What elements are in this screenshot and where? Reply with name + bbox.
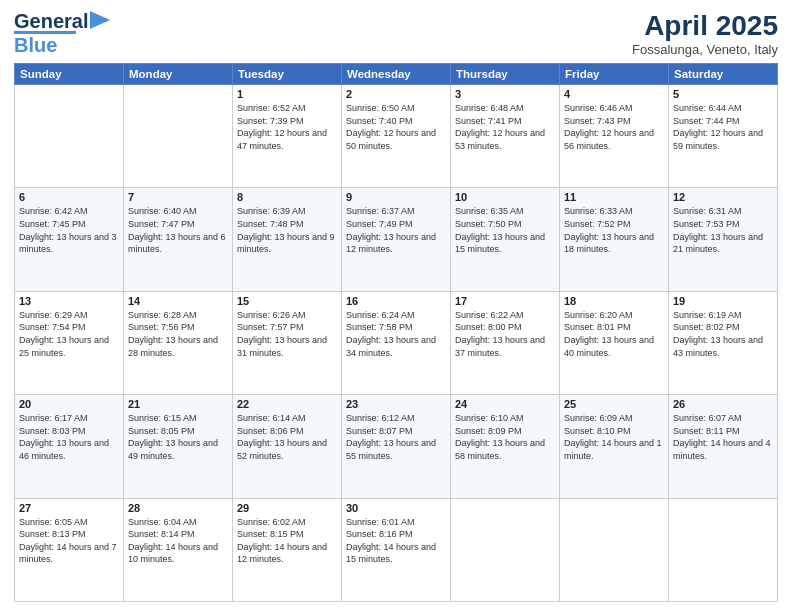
day-cell: 8Sunrise: 6:39 AM Sunset: 7:48 PM Daylig… xyxy=(233,188,342,291)
day-number: 25 xyxy=(564,398,664,410)
day-cell: 30Sunrise: 6:01 AM Sunset: 8:16 PM Dayli… xyxy=(342,498,451,601)
day-cell: 11Sunrise: 6:33 AM Sunset: 7:52 PM Dayli… xyxy=(560,188,669,291)
day-number: 22 xyxy=(237,398,337,410)
week-row-1: 6Sunrise: 6:42 AM Sunset: 7:45 PM Daylig… xyxy=(15,188,778,291)
day-cell: 28Sunrise: 6:04 AM Sunset: 8:14 PM Dayli… xyxy=(124,498,233,601)
page: General Blue April 2025 Fossalunga, Vene… xyxy=(0,0,792,612)
day-cell: 18Sunrise: 6:20 AM Sunset: 8:01 PM Dayli… xyxy=(560,291,669,394)
day-number: 15 xyxy=(237,295,337,307)
day-number: 3 xyxy=(455,88,555,100)
logo: General Blue xyxy=(14,10,110,57)
day-number: 6 xyxy=(19,191,119,203)
day-info: Sunrise: 6:33 AM Sunset: 7:52 PM Dayligh… xyxy=(564,205,664,255)
day-cell: 6Sunrise: 6:42 AM Sunset: 7:45 PM Daylig… xyxy=(15,188,124,291)
day-cell: 14Sunrise: 6:28 AM Sunset: 7:56 PM Dayli… xyxy=(124,291,233,394)
day-cell: 19Sunrise: 6:19 AM Sunset: 8:02 PM Dayli… xyxy=(669,291,778,394)
day-info: Sunrise: 6:01 AM Sunset: 8:16 PM Dayligh… xyxy=(346,516,446,566)
day-cell: 7Sunrise: 6:40 AM Sunset: 7:47 PM Daylig… xyxy=(124,188,233,291)
day-info: Sunrise: 6:40 AM Sunset: 7:47 PM Dayligh… xyxy=(128,205,228,255)
day-info: Sunrise: 6:28 AM Sunset: 7:56 PM Dayligh… xyxy=(128,309,228,359)
day-number: 26 xyxy=(673,398,773,410)
day-cell: 26Sunrise: 6:07 AM Sunset: 8:11 PM Dayli… xyxy=(669,395,778,498)
week-row-4: 27Sunrise: 6:05 AM Sunset: 8:13 PM Dayli… xyxy=(15,498,778,601)
day-cell: 13Sunrise: 6:29 AM Sunset: 7:54 PM Dayli… xyxy=(15,291,124,394)
day-cell: 3Sunrise: 6:48 AM Sunset: 7:41 PM Daylig… xyxy=(451,85,560,188)
day-cell xyxy=(124,85,233,188)
day-info: Sunrise: 6:04 AM Sunset: 8:14 PM Dayligh… xyxy=(128,516,228,566)
day-info: Sunrise: 6:14 AM Sunset: 8:06 PM Dayligh… xyxy=(237,412,337,462)
col-header-tuesday: Tuesday xyxy=(233,64,342,85)
day-info: Sunrise: 6:22 AM Sunset: 8:00 PM Dayligh… xyxy=(455,309,555,359)
header-row: SundayMondayTuesdayWednesdayThursdayFrid… xyxy=(15,64,778,85)
day-info: Sunrise: 6:52 AM Sunset: 7:39 PM Dayligh… xyxy=(237,102,337,152)
day-number: 18 xyxy=(564,295,664,307)
day-number: 2 xyxy=(346,88,446,100)
day-cell: 25Sunrise: 6:09 AM Sunset: 8:10 PM Dayli… xyxy=(560,395,669,498)
day-cell xyxy=(451,498,560,601)
day-cell: 9Sunrise: 6:37 AM Sunset: 7:49 PM Daylig… xyxy=(342,188,451,291)
day-info: Sunrise: 6:44 AM Sunset: 7:44 PM Dayligh… xyxy=(673,102,773,152)
logo-arrow-icon xyxy=(90,11,110,29)
day-info: Sunrise: 6:31 AM Sunset: 7:53 PM Dayligh… xyxy=(673,205,773,255)
day-cell: 24Sunrise: 6:10 AM Sunset: 8:09 PM Dayli… xyxy=(451,395,560,498)
day-number: 23 xyxy=(346,398,446,410)
day-number: 19 xyxy=(673,295,773,307)
day-info: Sunrise: 6:37 AM Sunset: 7:49 PM Dayligh… xyxy=(346,205,446,255)
day-number: 17 xyxy=(455,295,555,307)
logo-blue: Blue xyxy=(14,34,76,57)
logo-general: General xyxy=(14,10,88,33)
day-info: Sunrise: 6:09 AM Sunset: 8:10 PM Dayligh… xyxy=(564,412,664,462)
col-header-wednesday: Wednesday xyxy=(342,64,451,85)
day-number: 16 xyxy=(346,295,446,307)
day-number: 5 xyxy=(673,88,773,100)
day-number: 24 xyxy=(455,398,555,410)
day-info: Sunrise: 6:35 AM Sunset: 7:50 PM Dayligh… xyxy=(455,205,555,255)
day-info: Sunrise: 6:15 AM Sunset: 8:05 PM Dayligh… xyxy=(128,412,228,462)
day-cell: 1Sunrise: 6:52 AM Sunset: 7:39 PM Daylig… xyxy=(233,85,342,188)
day-cell: 4Sunrise: 6:46 AM Sunset: 7:43 PM Daylig… xyxy=(560,85,669,188)
col-header-friday: Friday xyxy=(560,64,669,85)
day-number: 8 xyxy=(237,191,337,203)
day-cell: 12Sunrise: 6:31 AM Sunset: 7:53 PM Dayli… xyxy=(669,188,778,291)
day-info: Sunrise: 6:46 AM Sunset: 7:43 PM Dayligh… xyxy=(564,102,664,152)
day-number: 10 xyxy=(455,191,555,203)
day-number: 13 xyxy=(19,295,119,307)
col-header-saturday: Saturday xyxy=(669,64,778,85)
day-cell: 20Sunrise: 6:17 AM Sunset: 8:03 PM Dayli… xyxy=(15,395,124,498)
day-cell: 29Sunrise: 6:02 AM Sunset: 8:15 PM Dayli… xyxy=(233,498,342,601)
day-info: Sunrise: 6:20 AM Sunset: 8:01 PM Dayligh… xyxy=(564,309,664,359)
day-info: Sunrise: 6:39 AM Sunset: 7:48 PM Dayligh… xyxy=(237,205,337,255)
day-cell: 2Sunrise: 6:50 AM Sunset: 7:40 PM Daylig… xyxy=(342,85,451,188)
subtitle: Fossalunga, Veneto, Italy xyxy=(632,42,778,57)
day-info: Sunrise: 6:24 AM Sunset: 7:58 PM Dayligh… xyxy=(346,309,446,359)
day-number: 7 xyxy=(128,191,228,203)
day-number: 12 xyxy=(673,191,773,203)
day-number: 4 xyxy=(564,88,664,100)
day-info: Sunrise: 6:07 AM Sunset: 8:11 PM Dayligh… xyxy=(673,412,773,462)
day-cell: 10Sunrise: 6:35 AM Sunset: 7:50 PM Dayli… xyxy=(451,188,560,291)
day-info: Sunrise: 6:42 AM Sunset: 7:45 PM Dayligh… xyxy=(19,205,119,255)
day-cell xyxy=(669,498,778,601)
day-cell: 5Sunrise: 6:44 AM Sunset: 7:44 PM Daylig… xyxy=(669,85,778,188)
day-cell: 27Sunrise: 6:05 AM Sunset: 8:13 PM Dayli… xyxy=(15,498,124,601)
day-cell: 15Sunrise: 6:26 AM Sunset: 7:57 PM Dayli… xyxy=(233,291,342,394)
day-number: 28 xyxy=(128,502,228,514)
month-title: April 2025 xyxy=(632,10,778,42)
day-number: 14 xyxy=(128,295,228,307)
day-info: Sunrise: 6:12 AM Sunset: 8:07 PM Dayligh… xyxy=(346,412,446,462)
svg-marker-0 xyxy=(90,11,110,29)
day-number: 11 xyxy=(564,191,664,203)
col-header-sunday: Sunday xyxy=(15,64,124,85)
header: General Blue April 2025 Fossalunga, Vene… xyxy=(14,10,778,57)
day-cell: 16Sunrise: 6:24 AM Sunset: 7:58 PM Dayli… xyxy=(342,291,451,394)
day-info: Sunrise: 6:02 AM Sunset: 8:15 PM Dayligh… xyxy=(237,516,337,566)
day-number: 20 xyxy=(19,398,119,410)
day-info: Sunrise: 6:48 AM Sunset: 7:41 PM Dayligh… xyxy=(455,102,555,152)
week-row-3: 20Sunrise: 6:17 AM Sunset: 8:03 PM Dayli… xyxy=(15,395,778,498)
day-number: 1 xyxy=(237,88,337,100)
day-cell xyxy=(560,498,669,601)
day-cell: 22Sunrise: 6:14 AM Sunset: 8:06 PM Dayli… xyxy=(233,395,342,498)
calendar-table: SundayMondayTuesdayWednesdayThursdayFrid… xyxy=(14,63,778,602)
week-row-0: 1Sunrise: 6:52 AM Sunset: 7:39 PM Daylig… xyxy=(15,85,778,188)
day-number: 29 xyxy=(237,502,337,514)
